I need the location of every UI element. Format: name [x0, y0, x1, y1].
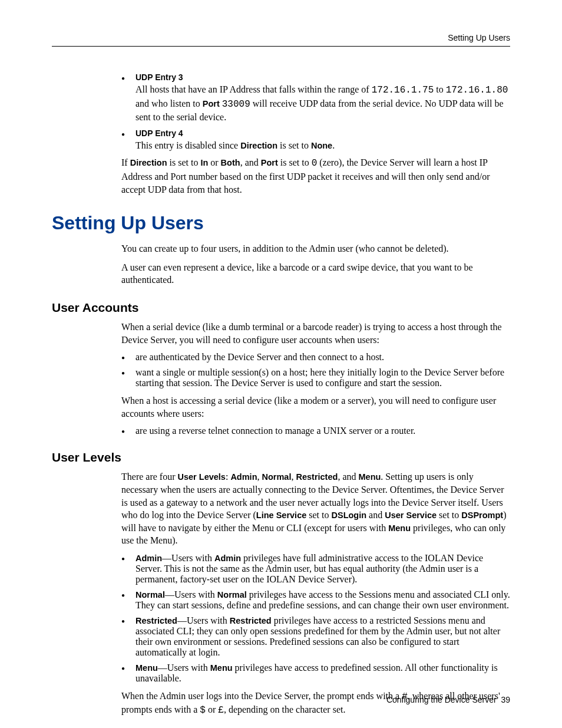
level-admin-title: Admin [135, 554, 162, 563]
text: —Users with [158, 663, 210, 673]
ip-end: 172.16.1.80 [446, 85, 508, 95]
udp-entry-4: UDP Entry 4 This entry is disabled since… [121, 129, 510, 152]
both-label: Both [221, 158, 240, 167]
port-label: Port [261, 158, 278, 167]
text: set to [437, 510, 461, 520]
dsprompt-label: DSPrompt [461, 510, 503, 520]
admin-label: Admin [230, 472, 257, 482]
if-direction-paragraph: If Direction is set to In or Both, and P… [121, 156, 510, 196]
udp-entry-3-title: UDP Entry 3 [135, 73, 510, 82]
level-menu: Menu—Users with Menu privileges have acc… [121, 663, 510, 684]
menu-label-2: Menu [388, 523, 411, 533]
page-number: 39 [501, 695, 510, 704]
intro-paragraph-2: A user can even represent a device, like… [121, 261, 510, 286]
text: are authenticated by the Device Server a… [135, 352, 384, 362]
udp-entry-4-title: UDP Entry 4 [135, 129, 510, 138]
intro-paragraph-1: You can create up to four users, in addi… [121, 242, 510, 255]
ua-bullet-3: are using a reverse telnet connection to… [121, 426, 510, 436]
port-label: Port [203, 99, 220, 108]
udp-entry-3: UDP Entry 3 All hosts that have an IP Ad… [121, 73, 510, 124]
user-accounts-block: When a serial device (like a dumb termin… [121, 321, 510, 436]
text: is set to [167, 157, 201, 167]
level-normal: Normal—Users with Normal privileges have… [121, 589, 510, 611]
ua-bullet-1: are authenticated by the Device Server a… [121, 352, 510, 363]
text: If [121, 157, 130, 167]
text: want a single or multiple session(s) on … [135, 367, 504, 388]
footer-label: Configuring the Device Server [386, 695, 497, 704]
running-header: Setting Up Users [52, 33, 510, 42]
level-menu-priv: Menu [210, 663, 233, 673]
menu-label: Menu [358, 472, 381, 482]
level-restricted-title: Restricted [135, 616, 177, 625]
text: to [434, 84, 445, 94]
text: , depending on the character set. [224, 704, 346, 714]
direction-label: Direction [130, 158, 167, 167]
level-menu-title: Menu [135, 663, 158, 673]
dollar-prompt: $ [200, 705, 206, 716]
user-levels-block: There are four User Levels: Admin, Norma… [121, 470, 510, 717]
port-number: 33009 [222, 99, 250, 110]
text: are using a reverse telnet connection to… [135, 426, 415, 436]
page: Setting Up Users UDP Entry 3 All hosts t… [0, 0, 562, 728]
text: When the Admin user logs into the Device… [121, 691, 402, 701]
ua-list-2: are using a reverse telnet connection to… [121, 426, 510, 436]
text: —Users with [165, 589, 217, 599]
user-levels-list: Admin—Users with Admin privileges have f… [121, 553, 510, 684]
ua-paragraph-1: When a serial device (like a dumb termin… [121, 321, 510, 346]
text: or [208, 157, 220, 167]
text: is set to [277, 140, 311, 150]
ua-list-1: are authenticated by the Device Server a… [121, 352, 510, 388]
zero-value: 0 [312, 158, 318, 169]
in-label: In [200, 158, 208, 167]
ua-paragraph-2: When a host is accessing a serial device… [121, 394, 510, 420]
level-admin: Admin—Users with Admin privileges have f… [121, 553, 510, 585]
none-label: None [311, 141, 332, 150]
ua-bullet-2: want a single or multiple session(s) on … [121, 367, 510, 388]
udp-entries-list: UDP Entry 3 All hosts that have an IP Ad… [121, 73, 510, 151]
direction-label: Direction [240, 141, 277, 150]
page-footer: Configuring the Device Server 39 [386, 695, 510, 704]
level-normal-title: Normal [135, 590, 165, 599]
text: —Users with [162, 553, 214, 563]
text: , and [338, 472, 358, 482]
pound-prompt: £ [218, 705, 224, 716]
dslogin-label: DSLogin [331, 510, 366, 520]
intro-block: You can create up to four users, in addi… [121, 242, 510, 286]
text: All hosts that have an IP Address that f… [135, 84, 372, 94]
udp-entries-block: UDP Entry 3 All hosts that have an IP Ad… [121, 73, 510, 196]
text: is set to [278, 157, 312, 167]
heading-setting-up-users: Setting Up Users [52, 212, 510, 234]
level-admin-priv: Admin [214, 554, 241, 563]
udp-entry-3-body: All hosts that have an IP Address that f… [135, 83, 510, 124]
level-restricted-priv: Restricted [230, 616, 272, 625]
heading-user-accounts: User Accounts [52, 301, 510, 315]
level-normal-priv: Normal [217, 590, 247, 599]
heading-user-levels: User Levels [52, 450, 510, 465]
normal-label: Normal [262, 472, 291, 482]
user-levels-label: User Levels [178, 472, 226, 482]
text: This entry is disabled since [135, 140, 240, 150]
text: set to [306, 510, 331, 520]
text: or [206, 704, 218, 714]
text: and who listen to [135, 98, 203, 108]
text: , and [240, 157, 261, 167]
header-rule [52, 46, 510, 47]
level-restricted: Restricted—Users with Restricted privile… [121, 615, 510, 658]
text: . [332, 140, 335, 150]
udp-entry-4-body: This entry is disabled since Direction i… [135, 139, 510, 152]
line-service-label: Line Service [256, 510, 306, 520]
user-service-label: User Service [385, 510, 437, 520]
ul-paragraph-1: There are four User Levels: Admin, Norma… [121, 470, 510, 547]
text: and [366, 510, 385, 520]
text: There are four [121, 472, 178, 482]
restricted-label: Restricted [296, 472, 338, 482]
ip-start: 172.16.1.75 [372, 85, 434, 95]
text: —Users with [177, 615, 230, 625]
